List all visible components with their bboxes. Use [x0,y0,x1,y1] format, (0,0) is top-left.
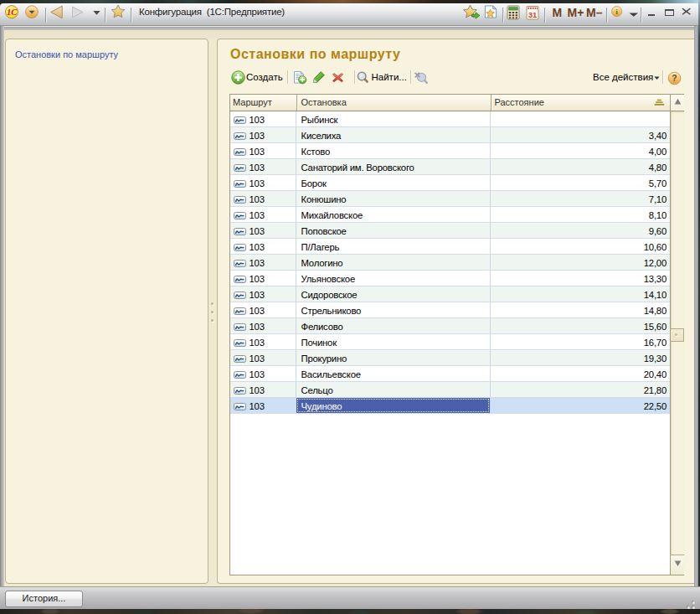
svg-text:1С: 1С [7,8,18,17]
svg-text:i: i [615,8,618,16]
svg-text:?: ? [672,73,677,83]
svg-text:31: 31 [528,9,538,18]
